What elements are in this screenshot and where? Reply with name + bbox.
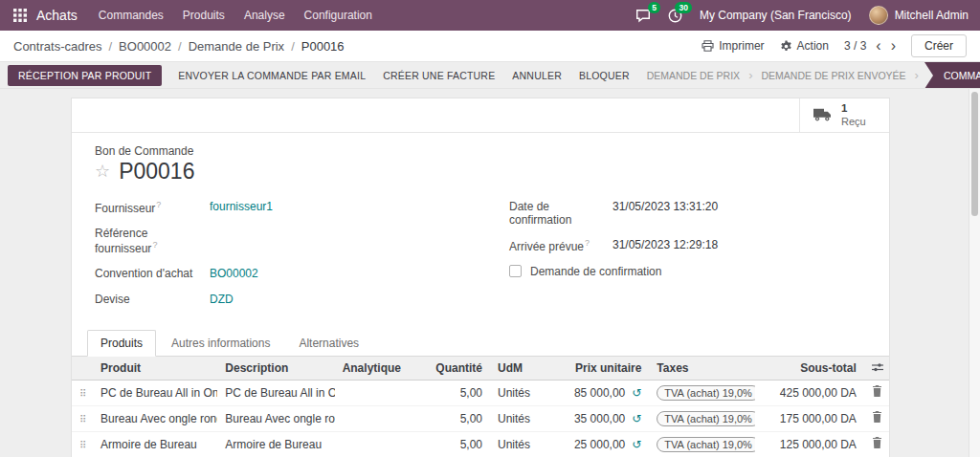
activities-button[interactable]: 30 <box>668 9 682 23</box>
cell-taxes[interactable]: TVA (achat) 19,0% <box>649 431 754 457</box>
cell-quantity[interactable]: 5,00 <box>408 431 490 457</box>
expected-arrival-label: Arrivée prévue? <box>509 238 612 253</box>
cell-uom[interactable]: Unités <box>490 405 546 431</box>
cell-unit-price[interactable]: 25 000,00↺ <box>546 431 649 457</box>
app-name[interactable]: Achats <box>33 8 89 23</box>
cell-product[interactable]: PC de Bureau All in One <box>93 380 217 405</box>
state-separator-icon: › <box>915 68 919 82</box>
header-taxes[interactable]: Taxes <box>649 357 754 381</box>
tab-produits[interactable]: Produits <box>87 330 156 357</box>
status-pipeline: DEMANDE DE PRIX › DEMANDE DE PRIX ENVOYÉ… <box>638 62 980 88</box>
recompute-icon[interactable]: ↺ <box>632 386 641 400</box>
header-product[interactable]: Produit <box>93 357 217 381</box>
cell-analytic[interactable] <box>335 431 408 457</box>
header-subtotal[interactable]: Sous-total <box>755 357 864 381</box>
messages-button[interactable]: 5 <box>635 9 651 23</box>
cell-description[interactable]: Armoire de Bureau <box>217 431 334 457</box>
state-demande-envoyee[interactable]: DEMANDE DE PRIX ENVOYÉE <box>752 70 914 81</box>
menu-commandes[interactable]: Commandes <box>89 0 173 31</box>
header-description[interactable]: Description <box>217 357 334 381</box>
optional-columns-icon[interactable] <box>872 361 883 375</box>
cell-subtotal: 175 000,00 DA <box>755 405 864 431</box>
control-panel-right: Imprimer Action 3 / 3 ‹ › Créer <box>702 34 967 57</box>
cell-taxes[interactable]: TVA (achat) 19,0% <box>649 405 754 431</box>
send-by-email-button[interactable]: ENVOYER LA COMMANDE PAR EMAIL <box>169 65 374 86</box>
cell-analytic[interactable] <box>335 380 408 405</box>
recompute-icon[interactable]: ↺ <box>632 412 641 425</box>
create-button[interactable]: Créer <box>911 34 967 57</box>
state-demande-de-prix[interactable]: DEMANDE DE PRIX <box>638 70 748 81</box>
vertical-scrollbar[interactable] <box>969 89 980 457</box>
header-analytic[interactable]: Analytique <box>335 357 408 381</box>
form-view: 1 Reçu Bon de Commande ☆ P00016 Fourniss… <box>0 89 980 457</box>
cell-analytic[interactable] <box>335 405 408 431</box>
create-bill-button[interactable]: CRÉER UNE FACTURE <box>374 65 503 86</box>
cell-unit-price[interactable]: 85 000,00↺ <box>546 380 649 405</box>
cell-uom[interactable]: Unités <box>490 431 546 457</box>
currency-value[interactable]: DZD <box>210 293 234 306</box>
delete-row-icon[interactable] <box>872 385 882 400</box>
fields-left-column: Fournisseur? fournisseur1 Référence four… <box>95 200 452 318</box>
cell-description[interactable]: Bureau Avec ongle ronde <box>217 405 334 431</box>
breadcrumb: Contrats-cadres / BO00002 / Demande de P… <box>13 39 345 54</box>
header-quantity[interactable]: Quantité <box>408 357 490 381</box>
breadcrumb-demande-de-prix[interactable]: Demande de Prix <box>189 39 284 54</box>
smart-button-row: 1 Reçu <box>72 98 889 133</box>
delete-row-icon[interactable] <box>872 411 882 425</box>
order-lines-table: Produit Description Analytique Quantité … <box>72 357 889 457</box>
cell-description[interactable]: PC de Bureau All in One <box>217 380 334 405</box>
menu-produits[interactable]: Produits <box>173 0 234 31</box>
scrollbar-thumb[interactable] <box>971 92 978 216</box>
cell-product[interactable]: Armoire de Bureau <box>93 431 217 457</box>
menu-configuration[interactable]: Configuration <box>295 0 382 31</box>
favorite-star-icon[interactable]: ☆ <box>95 163 110 180</box>
cell-uom[interactable]: Unités <box>490 380 546 405</box>
activities-badge: 30 <box>675 2 691 14</box>
supplier-value[interactable]: fournisseur1 <box>210 200 273 213</box>
cell-product[interactable]: Bureau Avec ongle ronde <box>93 405 217 431</box>
expected-arrival-value[interactable]: 31/05/2023 12:29:18 <box>612 238 718 251</box>
drag-handle-icon[interactable]: ⠿ <box>79 414 86 424</box>
order-line-row[interactable]: ⠿ Bureau Avec ongle ronde Bureau Avec on… <box>72 405 889 431</box>
print-button[interactable]: Imprimer <box>702 39 764 53</box>
breadcrumb-contrats-cadres[interactable]: Contrats-cadres <box>13 39 101 54</box>
cell-taxes[interactable]: TVA (achat) 19,0% <box>649 380 754 405</box>
cell-quantity[interactable]: 5,00 <box>408 380 490 405</box>
cell-quantity[interactable]: 5,00 <box>408 405 490 431</box>
confirmation-date-label: Date de confirmation <box>509 200 612 227</box>
breadcrumb-bo00002[interactable]: BO00002 <box>119 39 171 54</box>
recompute-icon[interactable]: ↺ <box>632 438 641 451</box>
pager-previous-icon[interactable]: ‹ <box>876 38 880 54</box>
company-switcher[interactable]: My Company (San Francisco) <box>700 9 852 22</box>
lock-button[interactable]: BLOQUER <box>570 65 638 86</box>
order-line-row[interactable]: ⠿ PC de Bureau All in One PC de Bureau A… <box>72 380 889 405</box>
tab-autres-informations[interactable]: Autres informations <box>158 330 283 357</box>
cell-unit-price[interactable]: 35 000,00↺ <box>546 405 649 431</box>
cell-subtotal: 125 000,00 DA <box>755 431 864 457</box>
receipt-count: 1 <box>841 102 866 116</box>
header-uom[interactable]: UdM <box>490 357 546 381</box>
drag-handle-icon[interactable]: ⠿ <box>79 440 86 450</box>
ask-confirmation-checkbox[interactable] <box>509 265 522 277</box>
unit-price-value: 25 000,00 <box>574 438 625 451</box>
tab-alternatives[interactable]: Alternatives <box>285 330 372 357</box>
action-menu-button[interactable]: Action <box>780 39 829 53</box>
user-menu[interactable]: Mitchell Admin <box>869 6 969 25</box>
delete-row-icon[interactable] <box>872 437 882 451</box>
cell-delete <box>864 405 889 431</box>
receipt-smart-button[interactable]: 1 Reçu <box>799 98 889 132</box>
drag-handle-icon[interactable]: ⠿ <box>79 388 86 399</box>
order-line-row[interactable]: ⠿ Armoire de Bureau Armoire de Bureau 5,… <box>72 431 889 457</box>
top-navbar: Achats Commandes Produits Analyse Config… <box>0 0 980 31</box>
field-ask-confirmation: Demande de confirmation <box>509 265 866 279</box>
menu-analyse[interactable]: Analyse <box>234 0 295 31</box>
receive-products-button[interactable]: RÉCEPTION PAR PRODUIT <box>8 65 162 86</box>
purchase-agreement-value[interactable]: BO00002 <box>210 267 258 280</box>
field-group: Fournisseur? fournisseur1 Référence four… <box>72 185 889 318</box>
receipt-label: Reçu <box>841 116 866 128</box>
cancel-button[interactable]: ANNULER <box>503 65 570 86</box>
header-unit-price[interactable]: Prix unitaire <box>546 357 649 381</box>
pager: 3 / 3 ‹ › <box>844 38 896 54</box>
pager-next-icon[interactable]: › <box>891 38 896 54</box>
apps-menu-button[interactable] <box>8 3 33 28</box>
